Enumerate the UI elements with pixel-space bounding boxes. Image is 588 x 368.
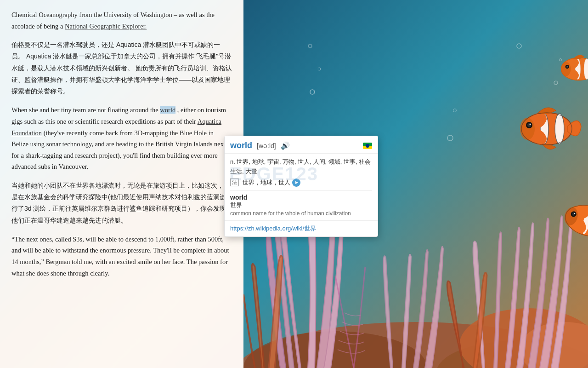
dict-fa-label: 法 bbox=[230, 178, 239, 186]
brazil-flag bbox=[363, 143, 372, 149]
paragraph-4-zh: 当她和她的小团队不在世界各地漂流时，无论是在旅游项目上，比如这次，还是在水族基金… bbox=[11, 180, 232, 226]
dict-main-def: n. 世界, 地球, 宇宙, 万物, 世人, 人间, 领域, 世事, 社会生活,… bbox=[230, 157, 372, 177]
dict-body: n. 世界, 地球, 宇宙, 万物, 世人, 人间, 领域, 世事, 社会生活,… bbox=[225, 154, 378, 220]
svg-point-14 bbox=[530, 124, 531, 125]
dict-phonetic: [wə:ld] bbox=[257, 142, 276, 150]
paragraph-3-rest: (they've recently come back from 3D-mapp… bbox=[11, 129, 226, 171]
dict-entry-world: world 世界 common name for the whole of hu… bbox=[230, 194, 372, 217]
paragraph-1-en: Chemical Oceanography from the Universit… bbox=[11, 9, 232, 32]
dict-entry-word-text: world bbox=[230, 194, 372, 201]
dict-header: world [wə:ld] 🔊 bbox=[225, 136, 378, 154]
highlighted-world-word[interactable]: world bbox=[160, 106, 175, 114]
dict-word: world bbox=[230, 141, 252, 150]
speaker-icon[interactable]: 🔊 bbox=[281, 141, 290, 150]
nat-geo-link[interactable]: National Geographic Explorer. bbox=[65, 23, 147, 30]
dict-entry-desc-text: common name for the whole of human civil… bbox=[230, 210, 372, 217]
svg-point-19 bbox=[561, 62, 571, 76]
play-icon[interactable] bbox=[292, 178, 300, 187]
dictionary-popup: EDGE123 world [wə:ld] 🔊 n. 世界, 地球, 宇宙, 万… bbox=[224, 136, 378, 237]
paragraph-5-en: “The next ones, called S3s, will be able… bbox=[11, 234, 232, 279]
article-content-area: Chemical Oceanography from the Universit… bbox=[0, 0, 243, 368]
dict-fa-def-text: 世界，地球，世人 bbox=[243, 178, 290, 187]
paragraph-3-en: When she and her tiny team are not float… bbox=[11, 104, 232, 172]
dict-entry-cn-text: 世界 bbox=[230, 201, 372, 209]
wiki-link[interactable]: https://zh.wikipedia.org/wiki/世界 bbox=[225, 220, 378, 236]
svg-point-22 bbox=[567, 66, 568, 67]
dict-separator-1 bbox=[230, 190, 372, 191]
paragraph-3-before: When she and her tiny team are not float… bbox=[11, 106, 158, 114]
svg-point-11 bbox=[520, 118, 535, 140]
dict-fa-def: 法 世界，地球，世人 bbox=[230, 178, 372, 187]
paragraph-2-zh: 伯格曼不仅是一名潜水驾驶员，还是 Aquatica 潜水艇团队中不可或缺的一员。… bbox=[11, 39, 232, 97]
